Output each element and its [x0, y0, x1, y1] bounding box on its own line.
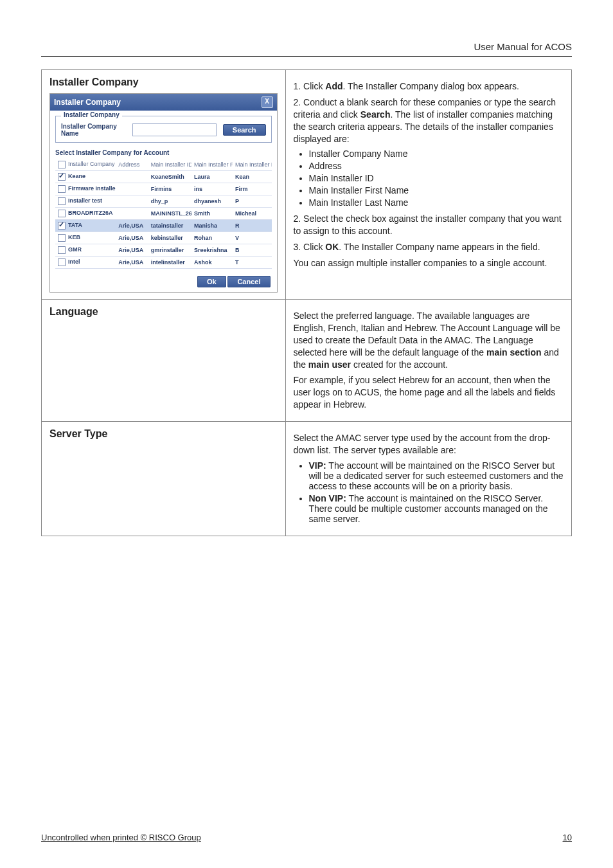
server-type-intro: Select the AMAC server type used by the …: [294, 432, 564, 457]
cell-fn: ins: [191, 183, 233, 195]
cell-id: Firmins: [148, 183, 191, 195]
row-server-type-right: Select the AMAC server type used by the …: [285, 422, 572, 536]
language-label: Language: [49, 306, 98, 317]
company-name-label: Installer Company Name: [61, 123, 126, 137]
cell-ln: Firm: [233, 183, 272, 195]
cell-name: Keane: [68, 173, 85, 179]
server-type-label: Server Type: [49, 428, 107, 439]
close-icon[interactable]: X: [262, 96, 273, 108]
cell-ln: V: [233, 232, 272, 244]
cell-ln: P: [233, 195, 272, 208]
list-item: Installer Company Name: [309, 149, 564, 159]
cell-id: KeaneSmith: [148, 171, 191, 183]
row-checkbox[interactable]: [58, 234, 66, 242]
cell-fn: Manisha: [191, 220, 233, 232]
cell-fn: Smith: [191, 208, 233, 220]
cell-name: Intel: [68, 258, 80, 265]
ic-step2: 2. Conduct a blank search for these comp…: [294, 96, 564, 145]
row-checkbox[interactable]: [58, 222, 66, 230]
ic-step3: 3. Click OK. The Installer Company name …: [294, 241, 564, 253]
cell-ln: Kean: [233, 171, 272, 183]
installer-company-label: Installer Company: [49, 77, 139, 87]
table-row[interactable]: Firmware installerFirminsinsFirm: [55, 183, 272, 195]
language-p2: For example, if you select Hebrew for an…: [294, 374, 564, 411]
cell-addr: [116, 208, 148, 220]
page-header: User Manual for ACOS: [41, 41, 572, 57]
cell-name: Installer test: [68, 197, 102, 204]
cell-id: kebinstaller: [148, 232, 191, 244]
footer-left: Uncontrolled when printed © RISCO Group: [41, 833, 201, 842]
cell-ln: R: [233, 220, 272, 232]
table-row[interactable]: Installer testdhy_pdhyaneshP: [55, 195, 272, 208]
ic-bullets: Installer Company Name Address Main Inst…: [294, 149, 564, 208]
page-footer: Uncontrolled when printed © RISCO Group …: [41, 833, 572, 842]
cell-id: intelinstaller: [148, 257, 191, 269]
cell-name: Firmware installer: [68, 185, 116, 192]
cell-fn: Laura: [191, 171, 233, 183]
cell-addr: [116, 195, 148, 208]
cell-name: KEB: [68, 234, 80, 240]
row-server-type-left: Server Type: [42, 422, 286, 536]
table-row[interactable]: TATAArie,USAtatainstallerManishaR: [55, 220, 272, 232]
list-item: Main Installer Last Name: [309, 197, 564, 208]
cell-addr: Arie,USA: [116, 244, 148, 257]
cell-addr: Arie,USA: [116, 232, 148, 244]
col-ln: Main Installer Last Name: [233, 159, 272, 171]
cancel-button[interactable]: Cancel: [227, 276, 270, 287]
row-checkbox[interactable]: [58, 185, 66, 193]
cell-addr: [116, 183, 148, 195]
cell-addr: [116, 171, 148, 183]
col-address: Address: [116, 159, 148, 171]
cell-fn: Rohan: [191, 232, 233, 244]
content-table: Installer Company Installer Company X In…: [41, 69, 572, 536]
server-type-bullets: VIP: The account will be maintained on t…: [294, 460, 564, 524]
dialog-titlebar: Installer Company X: [50, 94, 277, 111]
dialog-subhead: Select Installer Company for Account: [55, 149, 272, 156]
dialog-fieldset: Installer Company Installer Company Name…: [55, 116, 272, 143]
list-item: Main Installer ID: [309, 173, 564, 183]
cell-id: tatainstaller: [148, 220, 191, 232]
footer-page-number: 10: [563, 833, 572, 842]
cell-fn: dhyanesh: [191, 195, 233, 208]
ok-button[interactable]: Ok: [197, 276, 226, 287]
cell-id: dhy_p: [148, 195, 191, 208]
cell-addr: Arie,USA: [116, 220, 148, 232]
cell-ln: Micheal: [233, 208, 272, 220]
table-row[interactable]: GMRArie,USAgmrinstallerSreekrishnaB: [55, 244, 272, 257]
header-checkbox[interactable]: [58, 161, 66, 168]
search-button[interactable]: Search: [223, 124, 266, 136]
row-installer-company-right: 1. Click Add. The Installer Company dial…: [285, 70, 572, 300]
table-row[interactable]: KeaneKeaneSmithLauraKean: [55, 171, 272, 183]
row-checkbox[interactable]: [58, 258, 66, 266]
cell-name: BROADRITZ26A: [68, 210, 113, 216]
header-title: User Manual for ACOS: [474, 41, 572, 52]
row-checkbox[interactable]: [58, 197, 66, 205]
list-item: VIP: The account will be maintained on t…: [309, 460, 564, 491]
company-table: Installer Company Name Address Main Inst…: [55, 159, 272, 269]
cell-name: TATA: [68, 222, 82, 228]
list-item: Main Installer First Name: [309, 185, 564, 195]
table-row[interactable]: KEBArie,USAkebinstallerRohanV: [55, 232, 272, 244]
ic-step1: 1. Click Add. The Installer Company dial…: [294, 80, 564, 93]
cell-fn: Sreekrishna: [191, 244, 233, 257]
company-name-input[interactable]: [132, 123, 217, 136]
row-checkbox[interactable]: [58, 210, 66, 217]
list-item: Address: [309, 161, 564, 171]
row-checkbox[interactable]: [58, 246, 66, 254]
ic-note: You can assign multiple installer compan…: [294, 257, 564, 269]
row-checkbox[interactable]: [58, 173, 66, 181]
installer-company-dialog: Installer Company X Installer Company In…: [49, 93, 278, 293]
row-language-left: Language: [42, 300, 286, 422]
col-name: Installer Company Name: [68, 161, 116, 167]
cell-id: gmrinstaller: [148, 244, 191, 257]
dialog-title: Installer Company: [54, 98, 121, 107]
ic-step2b: 2. Select the check box against the inst…: [294, 213, 564, 237]
language-p1: Select the preferred language. The avail…: [294, 310, 564, 370]
table-row[interactable]: IntelArie,USAintelinstallerAshokT: [55, 257, 272, 269]
cell-name: GMR: [68, 246, 82, 253]
col-id: Main Installer ID: [148, 159, 191, 171]
table-row[interactable]: BROADRITZ26AMAININSTL_26ASmithMicheal: [55, 208, 272, 220]
cell-ln: B: [233, 244, 272, 257]
row-installer-company-left: Installer Company Installer Company X In…: [42, 70, 286, 300]
cell-addr: Arie,USA: [116, 257, 148, 269]
